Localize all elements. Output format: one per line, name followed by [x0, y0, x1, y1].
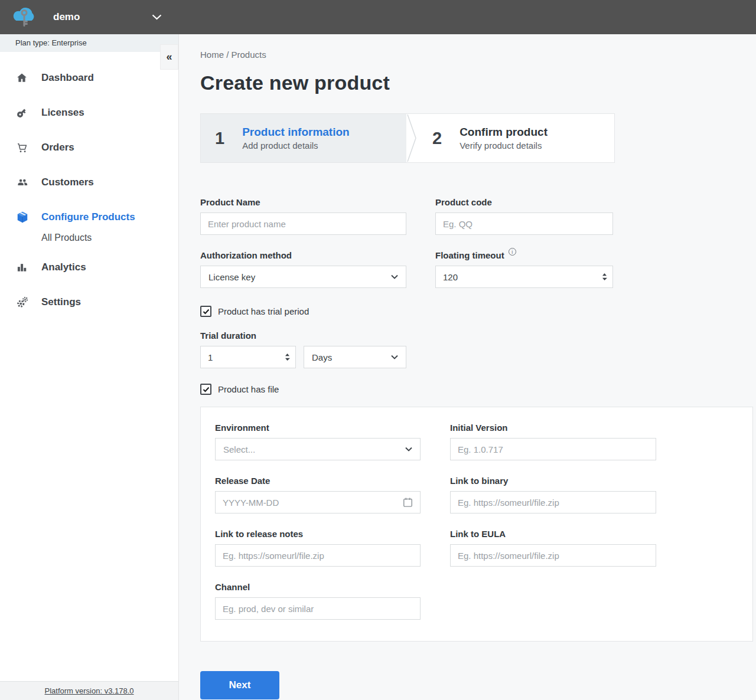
trial-duration-unit-select[interactable]: Days [304, 346, 406, 368]
checkmark-icon [203, 387, 210, 392]
gears-icon [16, 296, 30, 309]
sidebar-item-label: Licenses [41, 107, 84, 119]
app-window: demo Plan type: Enterprise « Dashboard [0, 0, 756, 700]
step-title: Confirm product [460, 126, 548, 139]
trial-period-checkbox[interactable] [200, 306, 211, 317]
link-to-eula-label: Link to EULA [450, 529, 656, 539]
trial-period-checkbox-row: Product has trial period [200, 306, 756, 317]
link-to-binary-input[interactable] [450, 491, 656, 513]
step-title: Product information [242, 126, 350, 139]
package-box-icon [16, 211, 30, 224]
sidebar-menu: Dashboard Licenses [0, 52, 178, 319]
product-name-label: Product Name [200, 197, 406, 207]
release-date-label: Release Date [215, 476, 421, 486]
cloud-key-logo-icon[interactable] [11, 5, 40, 30]
chevron-down-icon [391, 274, 398, 279]
sidebar-footer: Platform version: v3.178.0 [0, 681, 178, 700]
sidebar-item-label: Dashboard [41, 72, 94, 84]
step-number: 2 [432, 129, 442, 148]
trial-duration-label: Trial duration [200, 331, 756, 341]
sidebar-item-dashboard[interactable]: Dashboard [0, 60, 178, 95]
sidebar-item-label: Configure Products [41, 211, 135, 223]
sidebar-item-customers[interactable]: Customers [0, 165, 178, 199]
wizard-stepper: 1 Product information Add product detail… [200, 113, 615, 163]
breadcrumb-products[interactable]: Products [232, 50, 266, 60]
sidebar-item-orders[interactable]: Orders [0, 130, 178, 165]
info-icon[interactable]: i [509, 248, 516, 256]
next-button[interactable]: Next [200, 671, 279, 699]
sidebar-subitem-label: All Products [41, 233, 92, 243]
trial-period-checkbox-label: Product has trial period [218, 306, 309, 316]
initial-version-input[interactable] [450, 438, 656, 460]
channel-input[interactable] [215, 597, 421, 620]
sidebar-item-label: Customers [41, 176, 94, 188]
chevron-down-icon[interactable] [152, 14, 162, 20]
product-file-checkbox-row: Product has file [200, 384, 756, 395]
selected-value: Days [312, 352, 332, 362]
product-file-checkbox[interactable] [200, 384, 211, 395]
calendar-icon[interactable] [402, 496, 413, 508]
platform-version-link[interactable]: Platform version: v3.178.0 [44, 686, 133, 695]
selected-value: Select... [223, 444, 255, 454]
bar-chart-icon [16, 261, 30, 273]
page-title: Create new product [200, 71, 756, 94]
step-subtitle: Verify product details [460, 140, 548, 151]
release-date-input[interactable] [215, 491, 421, 513]
number-stepper-icon[interactable] [602, 273, 607, 281]
environment-label: Environment [215, 423, 421, 433]
link-to-binary-label: Link to binary [450, 476, 656, 486]
product-code-input[interactable] [435, 212, 613, 235]
sidebar-item-label: Settings [41, 296, 81, 308]
link-to-release-notes-label: Link to release notes [215, 529, 421, 539]
step-separator-chevron-icon [406, 114, 419, 162]
link-to-release-notes-input[interactable] [215, 544, 421, 567]
chevron-down-icon [405, 447, 412, 452]
sidebar-item-label: Orders [41, 142, 74, 153]
sidebar-item-settings[interactable]: Settings [0, 284, 178, 319]
sidebar: Plan type: Enterprise « Dashboard Licens… [0, 34, 179, 700]
step-confirm-product[interactable]: 2 Confirm product Verify product details [419, 114, 614, 162]
plan-type-badge: Plan type: Enterprise [0, 34, 178, 52]
product-file-section: Environment Select... Initial Version [200, 407, 753, 642]
floating-timeout-input[interactable] [435, 266, 613, 288]
authorization-method-select[interactable]: License key [200, 266, 406, 288]
product-code-label: Product code [435, 197, 613, 207]
chevron-down-icon [391, 355, 398, 359]
shopping-cart-icon [16, 142, 30, 153]
users-icon [16, 176, 30, 188]
sidebar-item-licenses[interactable]: Licenses [0, 95, 178, 130]
key-icon [16, 107, 30, 119]
selected-value: License key [208, 272, 255, 282]
link-to-eula-input[interactable] [450, 544, 656, 567]
sidebar-collapse-button[interactable]: « [160, 44, 178, 70]
initial-version-label: Initial Version [450, 423, 656, 433]
breadcrumb-separator: / [226, 50, 229, 60]
sidebar-item-label: Analytics [41, 261, 86, 273]
step-subtitle: Add product details [242, 140, 350, 151]
sidebar-item-analytics[interactable]: Analytics [0, 250, 178, 284]
authorization-method-label: Authorization method [200, 250, 406, 260]
step-product-information[interactable]: 1 Product information Add product detail… [201, 114, 406, 162]
org-switcher-label[interactable]: demo [53, 11, 80, 23]
main-content: Home / Products Create new product 1 Pro… [179, 34, 756, 700]
breadcrumb-home[interactable]: Home [200, 50, 224, 60]
floating-timeout-label: Floating timeout i [435, 250, 613, 260]
breadcrumb: Home / Products [200, 50, 756, 60]
product-name-input[interactable] [200, 212, 406, 235]
number-stepper-icon[interactable] [285, 354, 290, 361]
create-product-form: Product Name Product code Authorization … [200, 197, 756, 699]
topbar: demo [0, 0, 756, 34]
step-number: 1 [215, 129, 224, 148]
sidebar-subitem-all-products[interactable]: All Products [0, 229, 178, 247]
environment-select[interactable]: Select... [215, 438, 421, 460]
channel-label: Channel [215, 582, 421, 592]
home-icon [16, 72, 30, 84]
checkmark-icon [203, 309, 210, 315]
product-file-checkbox-label: Product has file [218, 384, 279, 394]
trial-duration-input[interactable] [200, 346, 296, 368]
